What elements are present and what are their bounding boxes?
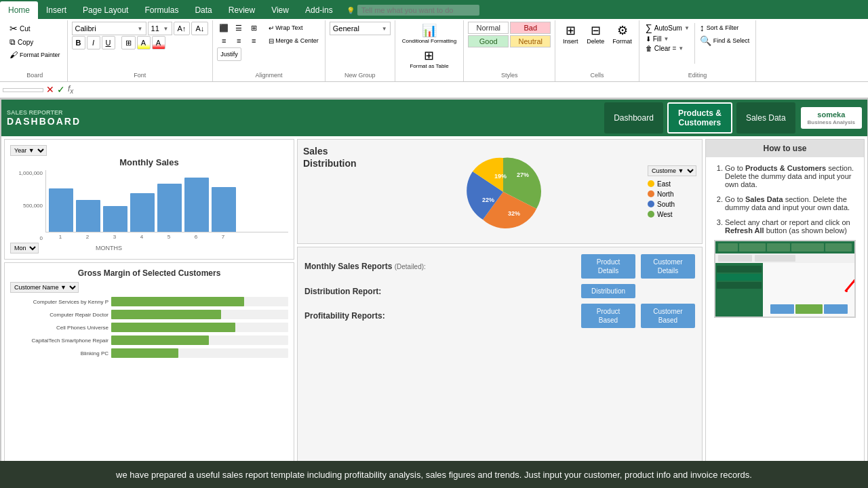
left-column: Year ▼ Monthly Sales 1,000,000 500,000 0 <box>4 139 294 488</box>
legend-south: South <box>648 201 696 208</box>
nav-tabs: Dashboard Products &Customers Sales Data <box>604 102 795 134</box>
tab-sales-data[interactable]: Sales Data <box>736 102 795 134</box>
confirm-formula-icon[interactable]: ✓ <box>57 84 65 95</box>
bar-label-2: Computer Repair Doctor <box>10 312 108 318</box>
customer-details-button[interactable]: CustomerDetails <box>641 254 695 279</box>
style-bad[interactable]: Bad <box>510 22 551 34</box>
cut-button[interactable]: ✂ Cut <box>7 22 63 35</box>
customer-based-button[interactable]: CustomerBased <box>641 304 695 328</box>
delete-button[interactable]: ⊟ Delete <box>584 22 607 46</box>
year-filter[interactable]: Year ▼ <box>10 145 47 156</box>
cut-label: Cut <box>20 25 31 33</box>
insert-function-icon[interactable]: fx <box>68 84 73 95</box>
border-button[interactable]: ⊞ <box>121 36 136 49</box>
product-based-button[interactable]: ProductBased <box>581 304 635 328</box>
decrease-font-button[interactable]: A↓ <box>191 22 208 35</box>
month-filter[interactable]: Mon <box>10 243 39 253</box>
font-size-selector[interactable]: 11 ▼ <box>148 22 172 35</box>
find-select-button[interactable]: 🔍 Find & Select <box>698 35 752 47</box>
copy-icon: ⧉ <box>9 37 16 47</box>
align-top-left-button[interactable]: ⬛ <box>217 22 231 34</box>
distribution-button[interactable]: Distribution <box>581 284 635 298</box>
bar-2[interactable] <box>76 200 100 232</box>
search-input[interactable] <box>357 5 479 16</box>
tab-data[interactable]: Data <box>186 1 220 19</box>
increase-font-button[interactable]: A↑ <box>174 22 191 35</box>
bar-1[interactable] <box>49 188 73 232</box>
y-axis-labels: 1,000,000 500,000 0 <box>10 170 45 241</box>
align-center-button[interactable]: ≡ <box>232 35 245 47</box>
svg-text:19%: 19% <box>494 173 507 180</box>
cancel-formula-icon[interactable]: ✕ <box>46 84 54 95</box>
customer-filter[interactable]: Customer Name ▼ <box>10 282 79 293</box>
middle-column: SalesDistribution <box>297 139 703 488</box>
tab-dashboard[interactable]: Dashboard <box>604 102 663 134</box>
style-good[interactable]: Good <box>468 35 509 47</box>
align-top-right-button[interactable]: ⊞ <box>247 22 260 34</box>
format-table-button[interactable]: ⊞ Format as Table <box>407 47 451 70</box>
tab-products-customers[interactable]: Products &Customers <box>667 102 732 134</box>
font-color-button[interactable]: A <box>152 36 165 49</box>
sort-filter-button[interactable]: ↕ Sort & Filter <box>698 22 752 34</box>
align-left-button[interactable]: ≡ <box>217 35 231 47</box>
tab-page-layout[interactable]: Page Layout <box>75 1 136 19</box>
tab-formulas[interactable]: Formulas <box>136 1 186 19</box>
pie-chart: 27% 32% 22% 19% <box>459 151 547 232</box>
clear-button[interactable]: 🗑 Clear = ▼ <box>644 44 692 53</box>
fill-label: Fill <box>653 35 662 43</box>
bar-3[interactable] <box>103 206 127 232</box>
ribbon: Home Insert Page Layout Formulas Data Re… <box>0 0 868 82</box>
insert-button[interactable]: ⊞ Insert <box>559 22 581 46</box>
style-neutral[interactable]: Neutral <box>510 35 551 47</box>
bar-5[interactable] <box>157 184 182 232</box>
customer-dist-filter[interactable]: Custome ▼ <box>648 165 696 176</box>
format-painter-label: Format Painter <box>20 52 60 58</box>
sort-filter-label: Sort & Filter <box>707 24 739 31</box>
wrap-text-label: Wrap Text <box>275 24 302 31</box>
tab-view[interactable]: View <box>263 1 297 19</box>
clear-label: Clear = <box>654 45 677 52</box>
style-normal[interactable]: Normal <box>468 22 509 34</box>
conditional-formatting-button[interactable]: 📊 Conditional Formatting <box>399 22 459 45</box>
bar-4[interactable] <box>130 193 155 232</box>
new-group-label: New Group <box>326 72 395 79</box>
gross-margin-bars: Computer Services by Kenny P Computer Re… <box>10 296 288 359</box>
justify-button[interactable]: Justify <box>217 47 241 61</box>
align-top-center-button[interactable]: ☰ <box>232 22 245 34</box>
underline-button[interactable]: U <box>102 36 115 49</box>
font-name-selector[interactable]: Calibri ▼ <box>72 22 146 35</box>
fill-icon: ⬇ <box>646 35 651 43</box>
autosum-button[interactable]: ∑ AutoSum ▼ <box>644 22 692 34</box>
bold-button[interactable]: B <box>72 36 85 49</box>
wrap-text-icon: ↵ <box>269 24 274 32</box>
new-group: General ▼ New Group <box>326 20 395 81</box>
name-box[interactable] <box>3 88 43 92</box>
gross-margin-title: Gross Margin of Selected Customers <box>10 268 288 278</box>
wrap-text-button[interactable]: ↵ Wrap Text <box>267 24 304 33</box>
format-button[interactable]: ⚙ Format <box>610 22 635 46</box>
fill-arrow: ▼ <box>664 36 669 42</box>
tab-addins[interactable]: Add-ins <box>297 1 341 19</box>
number-format-selector[interactable]: General ▼ <box>330 22 391 35</box>
copy-button[interactable]: ⧉ Copy <box>7 36 63 48</box>
product-details-button[interactable]: ProductDetails <box>581 254 635 279</box>
tab-insert[interactable]: Insert <box>38 1 75 19</box>
formula-input[interactable] <box>76 86 865 94</box>
fill-button[interactable]: ⬇ Fill ▼ <box>644 35 692 43</box>
editing-group: ∑ AutoSum ▼ ⬇ Fill ▼ 🗑 Clear = ▼ <box>639 20 757 81</box>
conditional-formatting-icon: 📊 <box>422 23 437 38</box>
format-painter-button[interactable]: 🖌 Format Painter <box>7 49 63 61</box>
format-table-icon: ⊞ <box>424 48 434 63</box>
align-right-button[interactable]: ≡ <box>247 35 260 47</box>
merge-center-button[interactable]: ⊟ Merge & Center <box>267 37 321 45</box>
bottom-message-bar: we have prepared a useful sales report t… <box>0 461 868 488</box>
bar-fill-1 <box>111 297 244 306</box>
bar-7[interactable] <box>212 187 236 232</box>
tab-review[interactable]: Review <box>220 1 263 19</box>
bar-6[interactable] <box>184 178 209 232</box>
clear-arrow: ▼ <box>678 45 684 52</box>
tab-home[interactable]: Home <box>0 1 38 19</box>
insert-label: Insert <box>563 38 578 45</box>
fill-color-button[interactable]: A <box>137 36 151 49</box>
italic-button[interactable]: I <box>87 36 100 49</box>
